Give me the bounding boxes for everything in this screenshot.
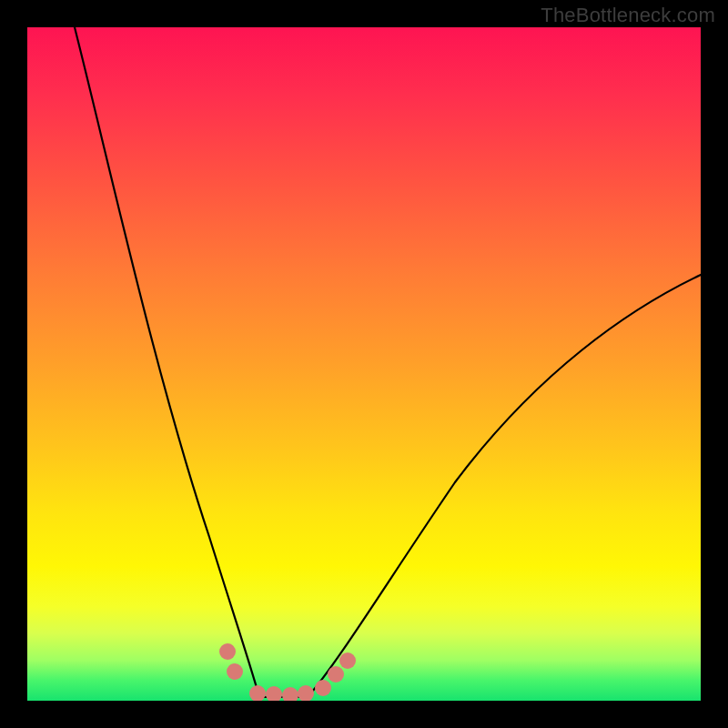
chart-frame: TheBottleneck.com [0, 0, 728, 728]
marker [282, 687, 298, 701]
marker [328, 666, 344, 682]
marker [219, 643, 236, 660]
watermark-text: TheBottleneck.com [541, 4, 715, 27]
left-curve [75, 27, 259, 697]
marker [298, 685, 314, 701]
right-curve [308, 275, 701, 697]
marker [315, 680, 331, 696]
marker [266, 686, 282, 701]
marker [249, 685, 266, 701]
marker-group [219, 643, 356, 701]
marker [227, 663, 243, 680]
plot-area [27, 27, 701, 701]
marker [339, 652, 356, 669]
curve-layer [27, 27, 701, 701]
